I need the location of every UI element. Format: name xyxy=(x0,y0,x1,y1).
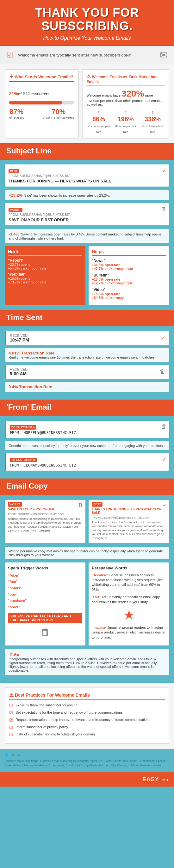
helps-bulletin: "Bulletin" +15.8% open rate +12.7% click… xyxy=(92,273,166,285)
alert-icon3: ⚠ xyxy=(9,692,14,698)
copy-tip: Writing persuasive copy that avoids the … xyxy=(5,547,169,559)
practice-check-3: ☑ xyxy=(9,718,13,722)
bad-from-mock: TO CUSTOMER A FROM: NOREPLY@BUSINESSINC.… xyxy=(5,421,169,438)
email-icon: ✉ xyxy=(11,753,14,756)
bad-from-trash: 🗑 xyxy=(161,423,167,430)
from-email-header: 'From' Email xyxy=(0,400,174,415)
spam-title: Spam Trigger Words xyxy=(8,566,82,570)
subject-line-section: BEST FROM: BUSINESSNAME@BUSINESS.BIZ THA… xyxy=(0,160,174,310)
hurts-box: Hurts "Report" −23.7% opens −54.8% click… xyxy=(5,246,85,305)
welcome-bar-text: Welcome emails are typically sent after … xyxy=(18,53,132,57)
header-title: THANK YOU FOR SUBSCRIBING. xyxy=(5,6,169,33)
bird-icon: 🐦 xyxy=(17,753,21,756)
hurts-webinar: "Webinar" −16.6% opens −70.7% clickthrou… xyxy=(8,272,82,284)
bad-subject-mock: WORST FROM: BUSINESSNAME@BUSINESS.BIZ SA… xyxy=(5,203,169,225)
trash-icon: 🗑 xyxy=(161,206,167,212)
helps-box: Helps "News" +34.8% open rate +47.7% cli… xyxy=(89,246,169,305)
retailer-stats: 87% of retailers 70% of non-retail marke… xyxy=(9,107,74,119)
subject-line-header: Subject Line xyxy=(0,143,174,158)
alert-icon: ⚠ xyxy=(9,74,14,79)
persuasive-title: Persuasive Words xyxy=(92,566,166,570)
best-practices-section: ⚠ Best Practices For Welcome Emails ☑ Ex… xyxy=(0,683,174,749)
persuasive-because: 'Because' 'Because' has been shown to in… xyxy=(92,573,166,592)
practice-check-5: ☑ xyxy=(9,732,13,737)
spam-trash-icon: 🗑 xyxy=(8,626,82,637)
good-subject-mock: BEST FROM: BUSINESSNAME@BUSINESS.BIZ THA… xyxy=(5,164,169,187)
caps-warning: EXCESSIVE CAPITAL LETTERS AND EXCLAMATIO… xyxy=(8,613,82,623)
bad-time-mock: RECEIVED: 9:00 AM 🗑 xyxy=(5,365,169,379)
spam-words-list: "Prize" "free" "bonus" "buy" "purchase" … xyxy=(8,573,82,611)
good-time-tip: 4.01% Transaction Rate Real-time welcome… xyxy=(5,348,169,362)
hurts-title: Hurts xyxy=(8,249,82,256)
vs-bulk-metrics: ↑ 86% lift in unique open rate ↑ 196% li… xyxy=(86,109,165,134)
purchases-tip: -2.6x Incorporating purchases with disco… xyxy=(5,649,169,675)
best-tag: BEST xyxy=(8,169,19,173)
practice-4: ☑ Inform subscriber of privacy policy xyxy=(9,725,165,730)
brand-name: EASY xyxy=(142,776,159,782)
good-copy-check: ✓ xyxy=(163,502,167,508)
hurts-report: "Report" −23.7% opens −54.8% clickthroug… xyxy=(8,258,82,270)
practice-1: ☑ Explicitly thank the subscriber for jo… xyxy=(9,703,165,708)
bad-time-tip: 0.4% Transaction Rate xyxy=(5,382,169,392)
vs-bulk-title: ⚠ Welcome Emails vs. Bulk Marketing Emai… xyxy=(86,73,165,86)
best-practices-box: ⚠ Best Practices For Welcome Emails ☑ Ex… xyxy=(5,687,169,744)
practice-5: ☑ Instruct subscriber on how to 'whiteli… xyxy=(9,732,165,737)
footer-icons: 🌐 ✉ 🐦 xyxy=(5,753,169,756)
helps-news: "News" +34.8% open rate +47.7% clickthro… xyxy=(92,258,166,271)
good-time-mock: RECEIVED: 10:47 PM ✓ xyxy=(5,331,169,345)
who-sends-title: ⚠ Who Sends Welcome Emails? xyxy=(9,73,74,82)
worst-tag: WORST xyxy=(8,208,22,212)
click-rate-arrow: ↑ xyxy=(124,109,127,115)
bad-copy-mock: WORST SAVE ON YOUR FIRST ORDER FROM: NOR… xyxy=(5,500,85,543)
bad-time-trash: 🗑 xyxy=(160,368,166,375)
helps-title: Helps xyxy=(92,249,166,256)
who-sends-box: ⚠ Who Sends Welcome Emails? 81%of B2C ma… xyxy=(5,69,79,138)
practice-check-4: ☑ xyxy=(9,725,13,730)
practice-2: ☑ Set expectations for the tone and freq… xyxy=(9,711,165,715)
best-practices-title: ⚠ Best Practices For Welcome Emails xyxy=(9,692,165,700)
persuasive-imagine: 'Imagine' 'Imagine' prompt readers to im… xyxy=(92,625,166,640)
header: THANK YOU FOR SUBSCRIBING. How to Optimi… xyxy=(0,0,174,46)
globe-icon: 🌐 xyxy=(5,753,8,756)
footer-text: Sources: MarketingSherpa, Experian Email… xyxy=(5,759,169,768)
email-copy-section: WORST SAVE ON YOUR FIRST ORDER FROM: NOR… xyxy=(0,495,174,683)
practice-3: ☑ Request information to help improve re… xyxy=(9,718,165,722)
footer-section: 🌐 ✉ 🐦 Sources: MarketingSherpa, Experian… xyxy=(0,749,174,772)
email-copy-mocks: WORST SAVE ON YOUR FIRST ORDER FROM: NOR… xyxy=(5,500,169,543)
good-check-icon: ✓ xyxy=(162,167,167,174)
good-from-mock: TO CUSTOMER B FROM: CEONAME@BUSINESSINC.… xyxy=(5,453,169,471)
time-sent-header: Time Sent xyxy=(0,310,174,325)
bad-copy-trash: 🗑 xyxy=(78,502,83,508)
vs-bulk-box: ⚠ Welcome Emails vs. Bulk Marketing Emai… xyxy=(82,69,169,138)
bad-from-tip: Generic addresses, especially 'noreply' … xyxy=(5,441,169,450)
good-time-check: ✓ xyxy=(161,335,166,342)
mail-icon: ✉ xyxy=(160,50,168,61)
good-copy-mock: BEST THANKS FOR JOINING — HERE'S WHAT'S … xyxy=(89,500,169,543)
time-sent-section: RECEIVED: 10:47 PM ✓ 4.01% Transaction R… xyxy=(0,327,174,400)
alert-icon2: ⚠ xyxy=(86,74,91,79)
brand-sub: SMTP xyxy=(160,778,169,782)
brand-footer: EASY SMTP xyxy=(0,772,174,786)
helps-video: "Video" +18.5% open rate +64.8% clickthr… xyxy=(92,287,166,300)
good-from-check: ✓ xyxy=(162,456,167,463)
spam-persuasive-container: Spam Trigger Words "Prize" "free" "bonus… xyxy=(5,562,169,646)
persuasive-you: 'You' 'You' instantly personalizes email… xyxy=(92,595,166,604)
bad-subject-tip: -3.4% 'Save' only increases open rates b… xyxy=(5,229,169,243)
check-icon: ☑ xyxy=(6,51,13,59)
star-icon: ★ xyxy=(92,608,166,622)
spam-box: Spam Trigger Words "Prize" "free" "bonus… xyxy=(5,562,85,646)
hurts-helps-container: Hurts "Report" −23.7% opens −54.8% click… xyxy=(5,246,169,305)
stats-section: ⚠ Who Sends Welcome Emails? 81%of B2C ma… xyxy=(0,64,174,143)
header-subtitle: How to Optimize Your Welcome Emails xyxy=(5,35,169,41)
from-email-section: TO CUSTOMER A FROM: NOREPLY@BUSINESSINC.… xyxy=(0,416,174,478)
good-subject-tip: +23.2% 'Sale' has been shown to increase… xyxy=(5,190,169,200)
b2c-stat: 81%of B2C marketers xyxy=(9,85,74,98)
practice-check-1: ☑ xyxy=(9,703,13,708)
transaction-arrow: ↑ xyxy=(151,109,154,115)
welcome-bar: ☑ Welcome emails are typically sent afte… xyxy=(0,46,174,64)
open-rate-arrow: ↑ xyxy=(97,109,100,115)
practice-check-2: ☑ xyxy=(9,711,13,715)
persuasive-box: Persuasive Words 'Because' 'Because' has… xyxy=(89,562,169,646)
email-copy-header: Email Copy xyxy=(0,478,174,494)
